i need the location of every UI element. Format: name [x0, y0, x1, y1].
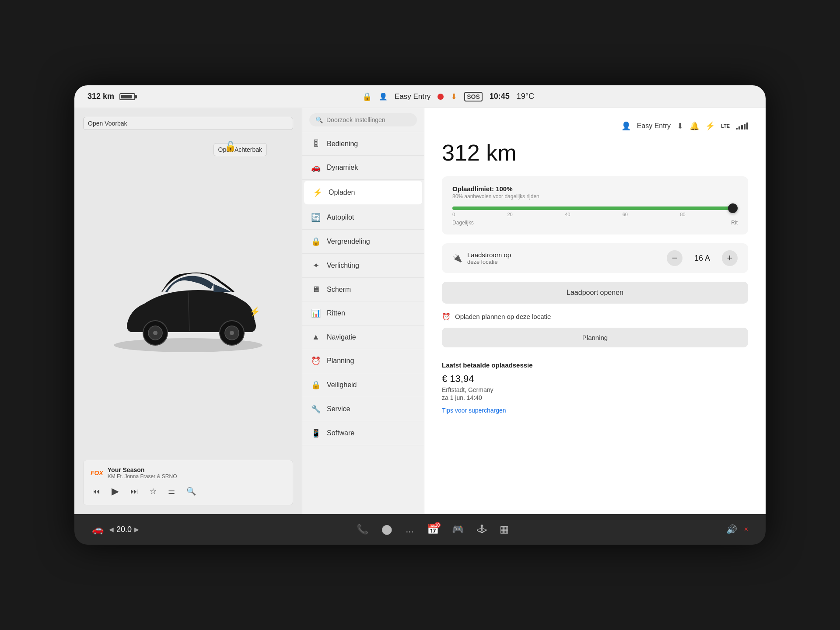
music-info: FOX Your Season KM Ft. Jonna Fraser & SR…	[91, 466, 286, 480]
signal-bar-5	[746, 122, 748, 130]
controller-icon[interactable]: 🕹	[477, 524, 486, 535]
equalizer-button[interactable]: ⚌	[166, 485, 177, 498]
play-button[interactable]: ▶	[110, 484, 121, 499]
signal-bar-2	[738, 126, 740, 130]
service-icon: 🔧	[311, 404, 321, 414]
games-icon[interactable]: 🎮	[452, 524, 464, 535]
search-row[interactable]: 🔍	[309, 113, 417, 126]
temp-increase-icon[interactable]: ▶	[134, 526, 139, 533]
search-music-button[interactable]: 🔍	[185, 485, 198, 498]
menu-item-software[interactable]: 📱 Software	[302, 421, 424, 445]
menu-item-vergrendeling[interactable]: 🔒 Vergrendeling	[302, 230, 424, 254]
main-content: Open Voorbak Open Achterbak 🔓	[74, 108, 766, 514]
opladen-label: Opladen	[329, 189, 355, 196]
lock-icon: 🔒	[362, 92, 372, 102]
signal-bar-4	[744, 124, 746, 130]
bediening-icon: 🎛	[311, 139, 321, 148]
charge-slider-container[interactable]: 0 20 40 60 80	[452, 206, 738, 217]
battery-icon	[119, 93, 135, 100]
search-input[interactable]	[326, 116, 411, 123]
settings-menu: 🔍 🎛 Bediening 🚗 Dynamiek ⚡ Opladen	[302, 108, 424, 514]
menu-item-opladen[interactable]: ⚡ Opladen	[304, 181, 422, 205]
tesla-screen: 312 km 🔒 👤 Easy Entry ⬇ SOS 10:45 19°C O…	[74, 85, 766, 545]
volume-x-icon: ×	[744, 525, 748, 533]
scherm-label: Scherm	[327, 286, 351, 294]
next-track-button[interactable]: ⏭	[129, 485, 140, 498]
current-setting-row: 🔌 Laadstroom op deze locatie − 16 A +	[442, 243, 748, 273]
car-svg: ⚡	[105, 258, 271, 354]
calendar-badge[interactable]: 📅 10	[427, 524, 439, 535]
charge-slider-thumb[interactable]	[728, 203, 738, 213]
taskbar-left: 🚗 ◀ 20.0 ▶	[92, 524, 139, 535]
download-icon: ⬇	[451, 92, 457, 102]
current-value: 16 A	[691, 254, 713, 263]
menu-item-service[interactable]: 🔧 Service	[302, 397, 424, 421]
song-artist: KM Ft. Jonna Fraser & SRNO	[108, 473, 177, 480]
prev-track-button[interactable]: ⏮	[91, 485, 102, 498]
menu-item-dynamiek[interactable]: 🚗 Dynamiek	[302, 156, 424, 180]
current-controls: − 16 A +	[667, 250, 738, 266]
temp-control: ◀ 20.0 ▶	[109, 525, 139, 534]
camera-icon[interactable]: ⬤	[382, 524, 392, 535]
header-profile-name: Easy Entry	[637, 122, 671, 130]
rec-indicator	[438, 94, 444, 100]
menu-item-autopilot[interactable]: 🔄 Autopilot	[302, 206, 424, 230]
temperature: 19°C	[517, 92, 534, 101]
laadpoort-button[interactable]: Laadpoort openen	[442, 282, 748, 304]
status-bar: 312 km 🔒 👤 Easy Entry ⬇ SOS 10:45 19°C	[74, 85, 766, 108]
favorite-button[interactable]: ☆	[148, 485, 158, 498]
download-header-icon: ⬇	[677, 121, 683, 131]
last-session-title: Laatst betaalde oplaadsessie	[442, 361, 748, 369]
bell-icon: 🔔	[690, 121, 699, 131]
charge-slider-fill	[452, 206, 738, 210]
more-dots-icon[interactable]: ...	[406, 524, 413, 535]
current-increase-button[interactable]: +	[722, 250, 738, 266]
schedule-text: Opladen plannen op deze locatie	[455, 313, 551, 320]
svg-text:⚡: ⚡	[249, 306, 260, 317]
autopilot-icon: 🔄	[311, 213, 321, 222]
svg-point-6	[230, 331, 234, 335]
open-voorbak-btn[interactable]: Open Voorbak	[83, 117, 293, 130]
menu-item-navigatie[interactable]: ▲ Navigatie	[302, 326, 424, 349]
music-service-logo: FOX	[91, 469, 103, 476]
menu-item-planning[interactable]: ⏰ Planning	[302, 349, 424, 373]
profile-icon: 👤	[379, 92, 388, 101]
menu-item-verlichting[interactable]: ✦ Verlichting	[302, 254, 424, 278]
left-panel: Open Voorbak Open Achterbak 🔓	[74, 108, 302, 514]
lte-badge: LTE	[721, 123, 730, 129]
last-session-section: Laatst betaalde oplaadsessie € 13,94 Erf…	[442, 361, 748, 414]
charge-limit-sub: 80% aanbevolen voor dagelijks rijden	[452, 193, 738, 200]
ritten-icon: 📊	[311, 308, 321, 318]
veiligheid-icon: 🔒	[311, 380, 321, 390]
grid-icon[interactable]: ▦	[500, 524, 509, 535]
last-session-date: za 1 jun. 14:40	[442, 394, 748, 401]
battery-range: 312 km	[88, 92, 114, 101]
taskbar-right: 🔊 ×	[726, 524, 748, 535]
temp-decrease-icon[interactable]: ◀	[109, 526, 114, 533]
volume-icon[interactable]: 🔊	[726, 524, 737, 535]
menu-item-scherm[interactable]: 🖥 Scherm	[302, 278, 424, 301]
search-box: 🔍	[302, 108, 424, 132]
current-decrease-button[interactable]: −	[667, 250, 682, 266]
daily-label: Dagelijks	[452, 220, 474, 226]
planning-label: Planning	[327, 357, 354, 365]
menu-item-ritten[interactable]: 📊 Ritten	[302, 301, 424, 326]
supercharger-link[interactable]: Tips voor superchargen	[442, 407, 506, 414]
taskbar-car-icon[interactable]: 🚗	[92, 524, 104, 535]
taskbar-temperature: 20.0	[116, 525, 132, 534]
veiligheid-label: Veiligheid	[327, 381, 357, 389]
schedule-row: ⏰ Opladen plannen op deze locatie	[442, 312, 748, 321]
menu-item-veiligheid[interactable]: 🔒 Veiligheid	[302, 373, 424, 397]
last-session-location: Erftstadt, Germany	[442, 386, 748, 393]
taskbar: 🚗 ◀ 20.0 ▶ 📞 ⬤ ... 📅 10 🎮 🕹 ▦ 🔊 ×	[74, 514, 766, 545]
vergrendeling-icon: 🔒	[311, 237, 321, 246]
car-lock-icon[interactable]: 🔓	[224, 141, 236, 152]
phone-icon[interactable]: 📞	[357, 524, 368, 535]
alarm-icon: ⏰	[442, 312, 451, 321]
music-player: FOX Your Season KM Ft. Jonna Fraser & SR…	[83, 460, 293, 505]
menu-item-bediening[interactable]: 🎛 Bediening	[302, 132, 424, 156]
planning-button[interactable]: Planning	[442, 328, 748, 347]
song-title: Your Season	[108, 466, 177, 473]
clock: 10:45	[490, 92, 510, 101]
slider-range-labels: Dagelijks Rit	[452, 220, 738, 226]
